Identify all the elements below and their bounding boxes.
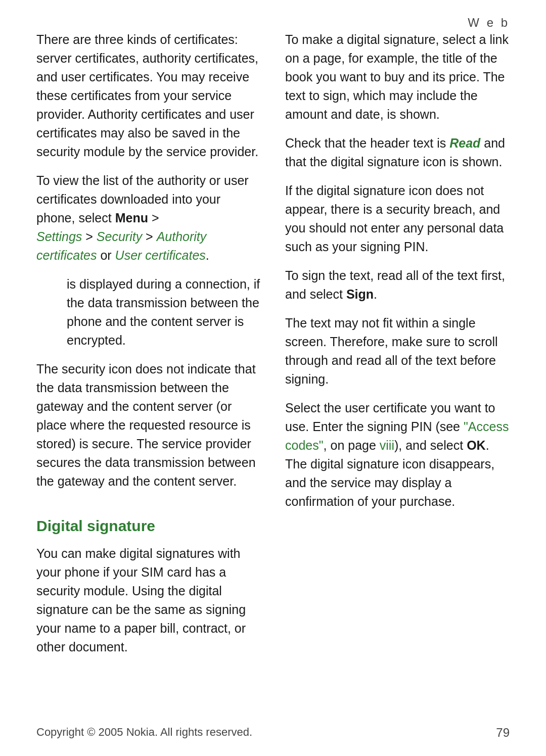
digital-signature-heading: Digital signature <box>36 515 261 537</box>
right-column: To make a digital signature, select a li… <box>285 30 510 716</box>
right-para-5: The text may not fit within a single scr… <box>285 314 510 389</box>
right-para-2-prefix: Check that the header text is <box>285 136 449 150</box>
left-para-4-text: You can make digital signatures with you… <box>36 546 246 654</box>
right-para-4-end: . <box>374 287 377 301</box>
right-para-2: Check that the header text is Read and t… <box>285 134 510 171</box>
right-para-4-sign: Sign <box>346 287 374 301</box>
right-para-3-text: If the digital signature icon does not a… <box>285 183 504 254</box>
left-para-4: You can make digital signatures with you… <box>36 544 261 656</box>
left-para-2-user: User certificates <box>115 248 206 262</box>
left-para-2-middle: > <box>148 211 159 225</box>
left-para-2-security: Security <box>97 229 142 244</box>
page-header-web: W e b <box>468 14 510 32</box>
left-para-1: There are three kinds of certificates: s… <box>36 30 261 161</box>
right-para-4-prefix: To sign the text, read all of the text f… <box>285 268 505 301</box>
right-para-1-text: To make a digital signature, select a li… <box>285 32 509 121</box>
right-para-1: To make a digital signature, select a li… <box>285 30 510 124</box>
right-para-6-page: viii <box>380 438 394 452</box>
left-para-2: To view the list of the authority or use… <box>36 171 261 265</box>
right-para-6: Select the user certificate you want to … <box>285 399 510 511</box>
left-para-2-gt1: > <box>82 229 97 244</box>
left-para-1-text: There are three kinds of certificates: s… <box>36 32 258 159</box>
left-para-2-gt2: > <box>142 229 157 244</box>
right-para-4: To sign the text, read all of the text f… <box>285 266 510 304</box>
copyright-text: Copyright © 2005 Nokia. All rights reser… <box>36 724 252 742</box>
right-para-5-text: The text may not fit within a single scr… <box>285 316 498 386</box>
left-para-2-settings: Settings <box>36 229 82 244</box>
right-para-3: If the digital signature icon does not a… <box>285 181 510 256</box>
left-indented: is displayed during a connection, if the… <box>36 275 261 350</box>
left-para-3: The security icon does not indicate that… <box>36 360 261 491</box>
left-para-2-or: or <box>97 248 115 262</box>
left-para-3-text: The security icon does not indicate that… <box>36 362 256 488</box>
right-para-6-suffix: ), and select <box>394 438 467 452</box>
page-footer: Copyright © 2005 Nokia. All rights reser… <box>36 724 510 742</box>
left-column: There are three kinds of certificates: s… <box>36 30 261 716</box>
left-indented-text: is displayed during a connection, if the… <box>67 277 260 347</box>
right-para-2-read: Read <box>449 136 480 150</box>
right-para-6-ok: OK <box>467 438 486 452</box>
left-para-2-end: . <box>206 248 209 262</box>
page-number: 79 <box>496 724 510 742</box>
right-para-6-middle: , on page <box>324 438 380 452</box>
content-area: There are three kinds of certificates: s… <box>36 30 510 716</box>
left-para-2-menu: Menu <box>115 211 148 225</box>
